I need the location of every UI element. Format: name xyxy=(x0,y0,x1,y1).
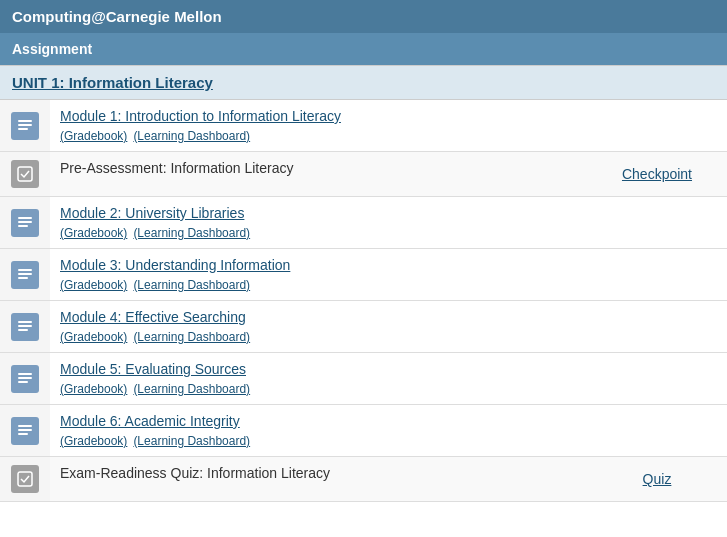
svg-rect-19 xyxy=(18,472,32,486)
svg-rect-3 xyxy=(18,167,32,181)
svg-rect-11 xyxy=(18,325,32,327)
svg-rect-5 xyxy=(18,221,32,223)
section-label: Assignment xyxy=(12,41,92,57)
assessment-title-7: Exam-Readiness Quiz: Information Literac… xyxy=(60,465,330,481)
module-icon xyxy=(11,313,39,341)
row-icon-cell xyxy=(0,249,50,301)
gradebook-link-6[interactable]: (Gradebook) xyxy=(60,434,127,448)
dashboard-link-2[interactable]: (Learning Dashboard) xyxy=(133,226,250,240)
row-content-cell: Module 3: Understanding Information(Grad… xyxy=(50,249,587,301)
gradebook-link-2[interactable]: (Gradebook) xyxy=(60,226,127,240)
svg-rect-14 xyxy=(18,377,32,379)
svg-rect-9 xyxy=(18,277,28,279)
svg-rect-2 xyxy=(18,128,28,130)
row-content-cell: Module 4: Effective Searching(Gradebook)… xyxy=(50,301,587,353)
module-icon xyxy=(11,261,39,289)
module-icon xyxy=(11,365,39,393)
dashboard-link-3[interactable]: (Learning Dashboard) xyxy=(133,278,250,292)
svg-rect-4 xyxy=(18,217,32,219)
row-action-cell xyxy=(587,405,727,457)
dashboard-link-6[interactable]: (Learning Dashboard) xyxy=(133,434,250,448)
module-icon xyxy=(11,112,39,140)
module-title-link-2[interactable]: Module 2: University Libraries xyxy=(60,205,244,221)
module-title-link-0[interactable]: Module 1: Introduction to Information Li… xyxy=(60,108,341,124)
module-icon xyxy=(11,209,39,237)
row-icon-cell xyxy=(0,301,50,353)
gradebook-link-3[interactable]: (Gradebook) xyxy=(60,278,127,292)
row-icon-cell xyxy=(0,405,50,457)
svg-rect-10 xyxy=(18,321,32,323)
assessment-icon xyxy=(11,160,39,188)
action-link-1[interactable]: Checkpoint xyxy=(622,166,692,182)
row-content-cell: Module 2: University Libraries(Gradebook… xyxy=(50,197,587,249)
row-action-cell xyxy=(587,249,727,301)
row-icon-cell xyxy=(0,152,50,197)
svg-rect-15 xyxy=(18,381,28,383)
row-icon-cell xyxy=(0,353,50,405)
dashboard-link-4[interactable]: (Learning Dashboard) xyxy=(133,330,250,344)
row-icon-cell xyxy=(0,197,50,249)
svg-rect-13 xyxy=(18,373,32,375)
unit-link[interactable]: UNIT 1: Information Literacy xyxy=(12,74,213,91)
row-content-cell: Module 6: Academic Integrity(Gradebook)(… xyxy=(50,405,587,457)
row-action-cell: Quiz xyxy=(587,457,727,502)
module-title-link-3[interactable]: Module 3: Understanding Information xyxy=(60,257,290,273)
row-action-cell xyxy=(587,197,727,249)
module-title-link-4[interactable]: Module 4: Effective Searching xyxy=(60,309,246,325)
svg-rect-6 xyxy=(18,225,28,227)
top-bar: Computing@Carnegie Mellon xyxy=(0,0,727,33)
svg-rect-7 xyxy=(18,269,32,271)
row-content-cell: Module 5: Evaluating Sources(Gradebook)(… xyxy=(50,353,587,405)
content-table: Module 1: Introduction to Information Li… xyxy=(0,100,727,502)
svg-rect-0 xyxy=(18,120,32,122)
site-title: Computing@Carnegie Mellon xyxy=(12,8,222,25)
assessment-title-1: Pre-Assessment: Information Literacy xyxy=(60,160,293,176)
svg-rect-1 xyxy=(18,124,32,126)
dashboard-link-0[interactable]: (Learning Dashboard) xyxy=(133,129,250,143)
gradebook-link-0[interactable]: (Gradebook) xyxy=(60,129,127,143)
svg-rect-8 xyxy=(18,273,32,275)
row-action-cell xyxy=(587,301,727,353)
row-content-cell: Exam-Readiness Quiz: Information Literac… xyxy=(50,457,587,502)
dashboard-link-5[interactable]: (Learning Dashboard) xyxy=(133,382,250,396)
row-icon-cell xyxy=(0,457,50,502)
svg-rect-12 xyxy=(18,329,28,331)
svg-rect-16 xyxy=(18,425,32,427)
assignment-bar: Assignment xyxy=(0,33,727,65)
row-content-cell: Module 1: Introduction to Information Li… xyxy=(50,100,587,152)
row-action-cell: Checkpoint xyxy=(587,152,727,197)
svg-rect-17 xyxy=(18,429,32,431)
gradebook-link-4[interactable]: (Gradebook) xyxy=(60,330,127,344)
row-action-cell xyxy=(587,100,727,152)
svg-rect-18 xyxy=(18,433,28,435)
row-icon-cell xyxy=(0,100,50,152)
gradebook-link-5[interactable]: (Gradebook) xyxy=(60,382,127,396)
row-content-cell: Pre-Assessment: Information Literacy xyxy=(50,152,587,197)
row-action-cell xyxy=(587,353,727,405)
module-title-link-6[interactable]: Module 6: Academic Integrity xyxy=(60,413,240,429)
module-icon xyxy=(11,417,39,445)
assessment-icon xyxy=(11,465,39,493)
module-title-link-5[interactable]: Module 5: Evaluating Sources xyxy=(60,361,246,377)
action-link-7[interactable]: Quiz xyxy=(643,471,672,487)
unit-header: UNIT 1: Information Literacy xyxy=(0,65,727,100)
